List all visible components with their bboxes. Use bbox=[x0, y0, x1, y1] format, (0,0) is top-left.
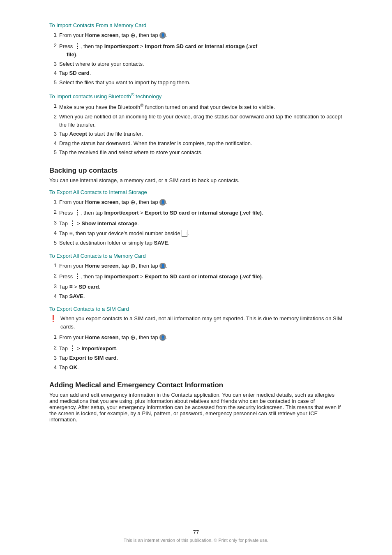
contacts-icon: 👤 bbox=[159, 32, 166, 39]
apps-icon: ⊕ bbox=[130, 32, 136, 39]
apps-icon: ⊕ bbox=[130, 334, 136, 341]
list-item: Select where to store your contacts. bbox=[49, 60, 343, 68]
list-item: Press ⋮, then tap Import/export > Export… bbox=[49, 208, 343, 217]
page-footer: 77 This is an internet version of this p… bbox=[49, 529, 343, 543]
list-item: Tap the received file and select where t… bbox=[49, 148, 343, 157]
list-item: Press ⋮, then tap Import/export > Export… bbox=[49, 272, 343, 281]
menu-icon: ≡ bbox=[69, 230, 73, 236]
more-icon: ⋮ bbox=[74, 209, 81, 216]
more-icon: ⋮ bbox=[69, 345, 76, 352]
sim-note-text: When you export contacts to a SIM card, … bbox=[60, 314, 343, 331]
contacts-icon: 👤 bbox=[159, 334, 166, 341]
page-number: 77 bbox=[49, 529, 343, 535]
import-memory-card-steps: From your Home screen, tap ⊕, then tap 👤… bbox=[49, 31, 343, 86]
export-sim-section: To Export Contacts to a SIM Card ❗ When … bbox=[49, 306, 343, 371]
more-icon: ⋮ bbox=[74, 42, 81, 49]
page: To Import Contacts From a Memory Card Fr… bbox=[0, 0, 392, 555]
list-item: From your Home screen, tap ⊕, then tap 👤… bbox=[49, 31, 343, 40]
list-item: Tap SD card. bbox=[49, 69, 343, 77]
list-item: Tap ⋮ > Import/export. bbox=[49, 344, 343, 353]
list-item: Tap OK. bbox=[49, 363, 343, 372]
import-bluetooth-section: To import contacts using Bluetooth® tech… bbox=[49, 92, 343, 157]
list-item: Press ⋮, then tap Import/export > Import… bbox=[49, 42, 343, 59]
import-bluetooth-heading: To import contacts using Bluetooth® tech… bbox=[49, 92, 343, 99]
sim-note: ❗ When you export contacts to a SIM card… bbox=[49, 314, 343, 331]
list-item: Tap Accept to start the file transfer. bbox=[49, 130, 343, 138]
list-item: From your Home screen, tap ⊕, then tap 👤… bbox=[49, 333, 343, 342]
import-memory-card-section: To Import Contacts From a Memory Card Fr… bbox=[49, 22, 343, 86]
contacts-icon: 👤 bbox=[159, 263, 166, 269]
list-item: Tap ≡ > SD card. bbox=[49, 282, 343, 291]
apps-icon: ⊕ bbox=[130, 199, 136, 206]
export-internal-steps: From your Home screen, tap ⊕, then tap 👤… bbox=[49, 198, 343, 247]
menu-icon: ≡ bbox=[69, 283, 73, 290]
apps-icon: ⊕ bbox=[130, 262, 136, 269]
export-internal-heading: To Export All Contacts to Internal Stora… bbox=[49, 189, 343, 195]
list-item: Tap SAVE. bbox=[49, 292, 343, 301]
more-icon: ⋮ bbox=[74, 273, 81, 280]
list-item: From your Home screen, tap ⊕, then tap 👤… bbox=[49, 198, 343, 207]
list-item: Tap ≡, then tap your device's model numb… bbox=[49, 229, 343, 238]
list-item: Tap Export to SIM card. bbox=[49, 354, 343, 362]
medical-heading: Adding Medical and Emergency Contact Inf… bbox=[49, 381, 343, 389]
medical-section: Adding Medical and Emergency Contact Inf… bbox=[49, 381, 343, 423]
export-sim-heading: To Export Contacts to a SIM Card bbox=[49, 306, 343, 312]
backing-up-intro: You can use internal storage, a memory c… bbox=[49, 177, 343, 183]
list-item: When you are notified of an incoming fil… bbox=[49, 113, 343, 129]
export-sim-steps: From your Home screen, tap ⊕, then tap 👤… bbox=[49, 333, 343, 371]
medical-intro: You can add and edit emergency informati… bbox=[49, 392, 343, 423]
import-bluetooth-steps: Make sure you have the Bluetooth® functi… bbox=[49, 102, 343, 156]
list-item: From your Home screen, tap ⊕, then tap 👤… bbox=[49, 261, 343, 271]
backing-up-section: Backing up contacts You can use internal… bbox=[49, 166, 343, 372]
list-item: Drag the status bar downward. When the t… bbox=[49, 139, 343, 148]
list-item: Tap ⋮ > Show internal storage. bbox=[49, 219, 343, 228]
list-item: Select the files that you want to import… bbox=[49, 79, 343, 87]
contacts-icon: 👤 bbox=[159, 199, 166, 206]
export-memory-card-section: To Export All Contacts to a Memory Card … bbox=[49, 253, 343, 301]
checkbox-icon: □ bbox=[182, 230, 187, 237]
footer-note: This is an internet version of this publ… bbox=[49, 538, 343, 543]
list-item: Make sure you have the Bluetooth® functi… bbox=[49, 102, 343, 111]
export-internal-section: To Export All Contacts to Internal Stora… bbox=[49, 189, 343, 247]
export-memory-card-steps: From your Home screen, tap ⊕, then tap 👤… bbox=[49, 261, 343, 301]
backing-up-heading: Backing up contacts bbox=[49, 166, 343, 175]
list-item: Select a destination folder or simply ta… bbox=[49, 239, 343, 247]
warning-icon: ❗ bbox=[49, 315, 57, 322]
more-icon2: ⋮ bbox=[69, 220, 76, 227]
export-memory-card-heading: To Export All Contacts to a Memory Card bbox=[49, 253, 343, 259]
import-memory-card-heading: To Import Contacts From a Memory Card bbox=[49, 22, 343, 28]
